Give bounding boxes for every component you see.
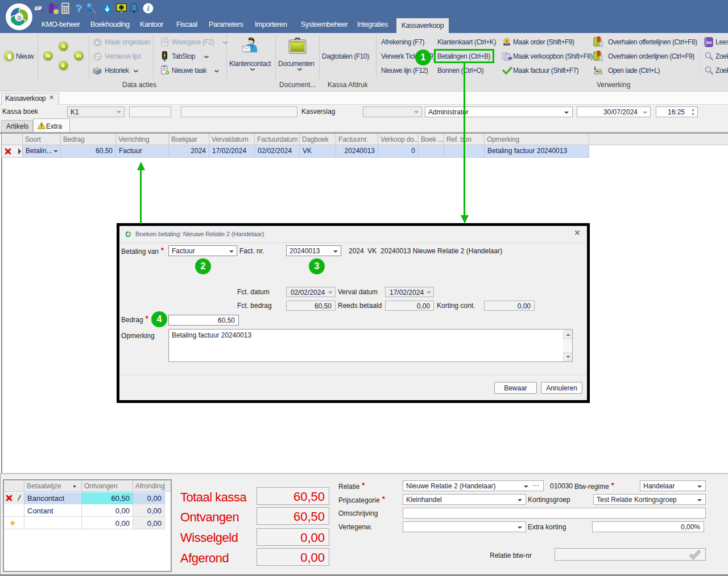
- svg-text:$: $: [506, 39, 508, 44]
- svg-text:+: +: [55, 10, 57, 14]
- svg-text:+: +: [167, 71, 169, 75]
- svg-text:a: a: [17, 13, 22, 22]
- svg-text:be: be: [706, 40, 712, 45]
- svg-text:i: i: [147, 4, 150, 13]
